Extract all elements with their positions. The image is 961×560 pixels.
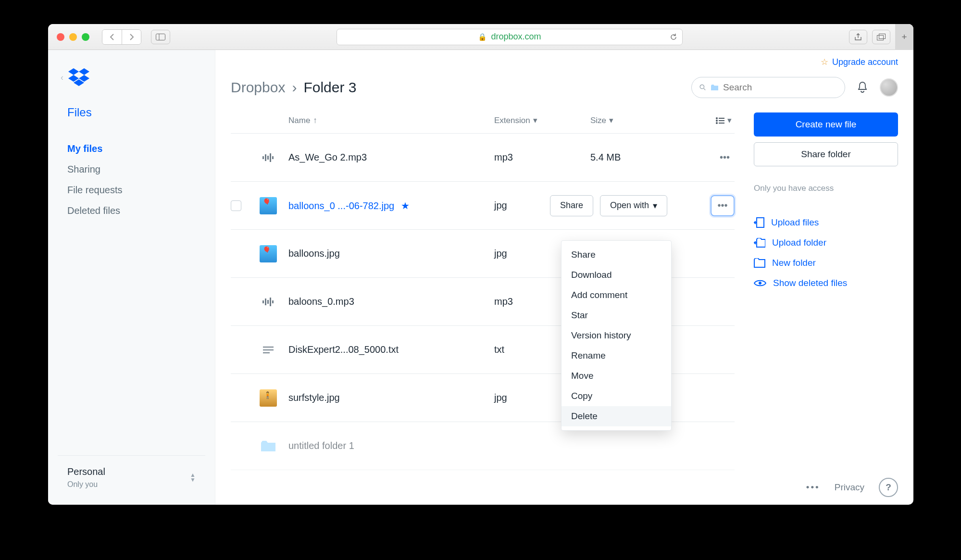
row-checkbox[interactable] — [231, 200, 241, 211]
share-button[interactable]: Share — [550, 195, 593, 216]
menu-item-delete[interactable]: Delete — [562, 406, 671, 426]
svg-rect-26 — [272, 300, 274, 303]
browser-chrome: 🔒 dropbox.com + — [48, 24, 913, 50]
file-name: balloons_0 ...-06-782.jpg ★ — [288, 200, 494, 212]
tabs-icon[interactable] — [872, 30, 890, 44]
new-folder-link[interactable]: New folder — [754, 253, 898, 273]
svg-rect-16 — [719, 123, 724, 124]
avatar[interactable] — [880, 78, 898, 97]
sidebar-account-switcher[interactable]: Personal Only you ▲▼ — [58, 455, 205, 490]
upload-folder-link[interactable]: Upload folder — [754, 233, 898, 253]
dropbox-logo-icon[interactable] — [68, 68, 89, 87]
search-icon — [699, 83, 706, 92]
svg-rect-12 — [719, 118, 724, 119]
app-body: ‹ Files My files Sharing File requests D… — [48, 50, 913, 505]
view-options[interactable]: ▾ — [716, 115, 735, 125]
forward-button[interactable] — [122, 30, 141, 44]
upgrade-account-link[interactable]: ☆ Upgrade account — [821, 57, 898, 67]
eye-icon — [754, 279, 766, 287]
text-icon — [260, 341, 277, 359]
menu-item-version-history[interactable]: Version history — [562, 325, 671, 346]
menu-item-rename[interactable]: Rename — [562, 346, 671, 366]
file-table: Name ↑ Extension ▾ Size ▾ ▾ As_We_Go 2.m… — [231, 108, 735, 505]
sidebar-item-file-requests[interactable]: File requests — [48, 180, 215, 200]
svg-rect-25 — [270, 298, 271, 306]
chrome-right: + — [849, 24, 908, 50]
sidebar-back-chevron-icon[interactable]: ‹ — [61, 73, 63, 83]
svg-rect-14 — [719, 120, 724, 121]
star-filled-icon[interactable]: ★ — [401, 200, 410, 211]
search-input[interactable] — [723, 82, 837, 93]
footer-more-icon[interactable]: ••• — [806, 482, 820, 493]
row-more-button[interactable]: ••• — [711, 195, 735, 216]
sidebar-item-sharing[interactable]: Sharing — [48, 159, 215, 180]
left-sidebar: ‹ Files My files Sharing File requests D… — [48, 50, 215, 505]
file-name: balloons.jpg — [288, 248, 494, 259]
open-with-button[interactable]: Open with ▾ — [600, 195, 667, 216]
sort-up-icon: ↑ — [313, 116, 317, 125]
file-name: baloons_0.mp3 — [288, 296, 494, 307]
window-controls — [57, 33, 89, 41]
minimize-window-button[interactable] — [69, 33, 77, 41]
menu-item-share[interactable]: Share — [562, 245, 671, 265]
sidebar-item-my-files[interactable]: My files — [48, 138, 215, 159]
show-deleted-link[interactable]: Show deleted files — [754, 273, 898, 293]
menu-item-copy[interactable]: Copy — [562, 386, 671, 406]
col-extension[interactable]: Extension ▾ — [494, 115, 590, 125]
svg-point-9 — [700, 85, 704, 88]
svg-rect-21 — [272, 156, 274, 159]
share-folder-button[interactable]: Share folder — [754, 142, 898, 166]
main-panel: ☆ Upgrade account Dropbox › Folder 3 — [215, 50, 913, 505]
notifications-icon[interactable] — [857, 81, 868, 94]
sidebar-heading[interactable]: Files — [48, 106, 215, 119]
back-button[interactable] — [102, 30, 122, 44]
menu-item-star[interactable]: Star — [562, 305, 671, 325]
svg-rect-18 — [265, 154, 266, 161]
help-button[interactable]: ? — [879, 478, 898, 497]
maximize-window-button[interactable] — [82, 33, 89, 41]
breadcrumb-root[interactable]: Dropbox — [231, 79, 285, 96]
svg-point-15 — [716, 122, 718, 124]
table-row[interactable]: balloons_0 ...-06-782.jpg ★ jpg ••• Shar… — [231, 182, 735, 230]
audio-icon — [260, 293, 277, 311]
create-new-file-button[interactable]: Create new file — [754, 112, 898, 137]
file-ext: mp3 — [494, 152, 590, 163]
menu-item-add-comment[interactable]: Add comment — [562, 285, 671, 305]
nav-buttons — [102, 29, 141, 45]
close-window-button[interactable] — [57, 33, 64, 41]
svg-rect-0 — [156, 34, 165, 40]
reload-icon[interactable] — [670, 33, 677, 41]
search-box[interactable] — [691, 77, 845, 98]
row-more-wrap: ••• — [711, 195, 735, 216]
svg-rect-30 — [757, 218, 764, 227]
breadcrumb: Dropbox › Folder 3 — [231, 79, 356, 96]
image-thumb-icon — [260, 197, 277, 214]
upload-file-icon — [754, 217, 764, 228]
upload-files-link[interactable]: Upload files — [754, 212, 898, 233]
svg-rect-20 — [270, 153, 271, 162]
sidebar-toggle-button[interactable] — [151, 30, 170, 44]
privacy-link[interactable]: Privacy — [835, 482, 864, 493]
share-icon[interactable] — [849, 30, 867, 44]
row-more-button[interactable]: ••• — [720, 152, 735, 163]
url-domain: dropbox.com — [491, 32, 541, 42]
svg-rect-28 — [263, 349, 274, 350]
new-tab-button[interactable]: + — [895, 24, 913, 50]
table-row[interactable]: As_We_Go 2.mp3 mp3 5.4 MB ••• — [231, 134, 735, 182]
caret-down-icon: ▾ — [533, 115, 537, 125]
menu-item-move[interactable]: Move — [562, 366, 671, 386]
col-size[interactable]: Size ▾ — [590, 115, 677, 125]
svg-rect-19 — [267, 156, 269, 160]
menu-item-download[interactable]: Download — [562, 265, 671, 285]
breadcrumb-current: Folder 3 — [303, 79, 356, 96]
col-name[interactable]: Name ↑ — [288, 116, 494, 125]
list-view-icon — [716, 117, 724, 124]
caret-down-icon: ▾ — [609, 115, 613, 125]
right-sidebar: Create new file Share folder Only you ha… — [754, 108, 898, 505]
address-bar[interactable]: 🔒 dropbox.com — [337, 29, 683, 45]
sidebar-item-deleted-files[interactable]: Deleted files — [48, 200, 215, 221]
svg-rect-23 — [265, 299, 266, 305]
browser-window: 🔒 dropbox.com + ‹ Files M — [48, 24, 913, 505]
file-name: untitled folder 1 — [288, 440, 494, 451]
new-folder-icon — [754, 258, 765, 268]
